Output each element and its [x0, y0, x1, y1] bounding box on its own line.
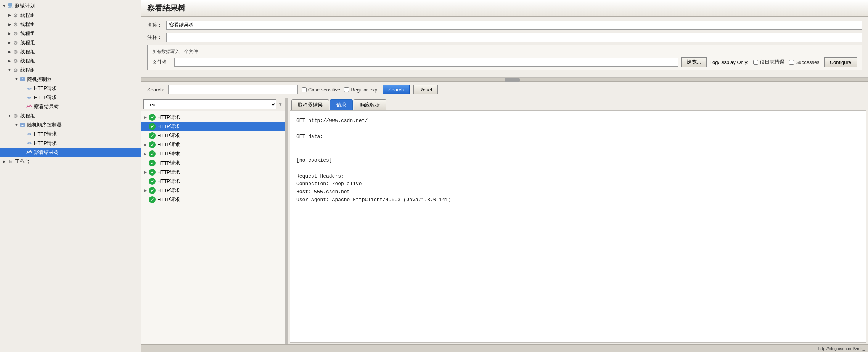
gear-icon-tg1: ⚙: [12, 12, 19, 19]
name-input[interactable]: [166, 21, 862, 30]
sidebar-item-tg8[interactable]: ⚙ 线程组: [0, 111, 141, 120]
sidebar-item-tg5[interactable]: ⚙ 线程组: [0, 47, 141, 56]
successes-checkbox[interactable]: [789, 60, 794, 65]
result-item-2[interactable]: ✓ HTTP请求: [141, 122, 285, 131]
tab-response-data[interactable]: 响应数据: [354, 99, 386, 110]
content-line-4: Request Headers:: [296, 173, 860, 181]
case-sensitive-checkbox[interactable]: [302, 87, 307, 92]
result-item-3[interactable]: ✓ HTTP请求: [141, 131, 285, 140]
reset-button[interactable]: Reset: [413, 85, 438, 94]
regular-exp-checkbox[interactable]: [344, 87, 349, 92]
arrow-tg1: [7, 13, 12, 18]
result-label-4: HTTP请求: [157, 141, 180, 148]
label-tree1: 察看结果树: [34, 103, 59, 110]
result-label-7: HTTP请求: [157, 169, 180, 176]
sidebar-item-tg2[interactable]: ⚙ 线程组: [0, 20, 141, 29]
label-http1: HTTP请求: [34, 85, 57, 92]
configure-button[interactable]: Configure: [824, 57, 857, 67]
main-panel: 察看结果树 名称： 注释： 所有数据写入一个文件 文件名 浏览... Log/D…: [141, 0, 868, 352]
sidebar-item-plan[interactable]: 测试计划: [0, 2, 141, 11]
view-type-dropdown[interactable]: Text RegExp Tester CSS/JQuery Tester XPa…: [143, 99, 276, 109]
result-icon-8: ✓: [149, 178, 156, 185]
sidebar-arrow-plan: [2, 3, 7, 9]
result-item-4[interactable]: ▶ ✓ HTTP请求: [141, 140, 285, 149]
content-line-6: Host: www.csdn.net: [296, 188, 860, 196]
search-bar: Search: Case sensitive Regular exp. Sear…: [141, 82, 868, 98]
result-item-7[interactable]: ▶ ✓ HTTP请求: [141, 168, 285, 177]
sidebar-item-tree1[interactable]: 察看结果树: [0, 102, 141, 111]
log-display-label: Log/Display Only:: [710, 59, 749, 65]
result-item-5[interactable]: ▶ ✓ HTTP请求: [141, 149, 285, 158]
file-group-title: 所有数据写入一个文件: [152, 48, 857, 55]
sidebar-item-http2[interactable]: ✏ HTTP请求: [0, 93, 141, 102]
result-item-1[interactable]: ▶ ✓ HTTP请求: [141, 113, 285, 122]
result-icon-10: ✓: [149, 196, 156, 203]
tab-sampler-result[interactable]: 取样器结果: [291, 99, 329, 110]
pencil-icon1: ✏: [26, 85, 33, 92]
result-icon-9: ✓: [149, 187, 156, 194]
arrow-tg4: [7, 40, 12, 45]
search-button[interactable]: Search: [383, 85, 410, 94]
gear-icon-tg4: ⚙: [12, 39, 19, 46]
svg-rect-0: [8, 3, 12, 6]
result-item-6[interactable]: ✓ HTTP请求: [141, 158, 285, 168]
label-tg3: 线程组: [20, 30, 35, 37]
sidebar-item-http3[interactable]: ✏ HTTP请求: [0, 130, 141, 139]
tab-request[interactable]: 请求: [330, 99, 353, 110]
result-label-1: HTTP请求: [157, 114, 180, 121]
result-icon-5: ✓: [149, 150, 156, 157]
sidebar-item-random1[interactable]: ? 随机控制器: [0, 75, 141, 84]
result-arrow-7: ▶: [144, 170, 149, 174]
result-item-8[interactable]: ✓ HTTP请求: [141, 177, 285, 186]
result-icon-3: ✓: [149, 132, 156, 139]
file-label: 文件名: [152, 59, 171, 66]
sidebar-item-tree2[interactable]: 察看结果树: [0, 148, 141, 157]
result-item-9[interactable]: ▶ ✓ HTTP请求: [141, 186, 285, 195]
sidebar-item-tg4[interactable]: ⚙ 线程组: [0, 38, 141, 47]
browse-button[interactable]: 浏览...: [681, 57, 707, 67]
label-tg7: 线程组: [20, 67, 35, 74]
result-icon-1: ✓: [149, 114, 156, 121]
file-input[interactable]: [174, 58, 678, 67]
svg-text:⇄: ⇄: [21, 124, 24, 126]
dropdown-arrow-icon: ▼: [278, 102, 283, 107]
regular-exp-label: Regular exp.: [344, 87, 379, 93]
status-bar: http://blog.csdn.net/zmk_: [141, 344, 868, 352]
sidebar-item-workbench[interactable]: 🖥 工作台: [0, 157, 141, 166]
comment-label: 注释：: [147, 34, 166, 41]
result-label-9: HTTP请求: [157, 187, 180, 194]
sidebar: 测试计划 ⚙ 线程组 ⚙ 线程组 ⚙ 线程组 ⚙ 线程组 ⚙ 线程组 ⚙ 线程组…: [0, 0, 141, 352]
comment-row: 注释：: [147, 33, 862, 42]
sidebar-item-tg1[interactable]: ⚙ 线程组: [0, 11, 141, 20]
content-line-5: Connection: keep-alive: [296, 180, 860, 188]
file-group: 所有数据写入一个文件 文件名 浏览... Log/Display Only: 仅…: [147, 45, 862, 70]
arrow-tg8: [7, 113, 12, 118]
form-area: 名称： 注释： 所有数据写入一个文件 文件名 浏览... Log/Display…: [141, 17, 868, 78]
svg-text:?: ?: [22, 78, 24, 81]
gear-icon-tg3: ⚙: [12, 30, 19, 37]
pencil-icon4: ✏: [26, 140, 33, 147]
scroll-indicator: [141, 78, 868, 82]
sidebar-item-http1[interactable]: ✏ HTTP请求: [0, 84, 141, 93]
result-arrow-9: ▶: [144, 189, 149, 192]
file-row: 文件名 浏览... Log/Display Only: 仅日志错误 Succes…: [152, 57, 857, 67]
label-tg1: 线程组: [20, 12, 35, 19]
comment-input[interactable]: [166, 33, 862, 42]
arrow-tg7: [7, 67, 12, 73]
result-item-10[interactable]: ✓ HTTP请求: [141, 195, 285, 204]
sidebar-item-tg7[interactable]: ⚙ 线程组: [0, 66, 141, 75]
case-sensitive-label: Case sensitive: [302, 87, 341, 93]
result-label-8: HTTP请求: [157, 178, 180, 185]
log-errors-checkbox[interactable]: [753, 60, 758, 65]
label-tree2: 察看结果树: [34, 149, 59, 156]
sidebar-item-http4[interactable]: ✏ HTTP请求: [0, 139, 141, 148]
chart-icon1: [26, 103, 33, 110]
label-tg8: 线程组: [20, 112, 35, 119]
arrow-tg3: [7, 31, 12, 36]
sidebar-item-tg3[interactable]: ⚙ 线程组: [0, 29, 141, 38]
sidebar-item-random2[interactable]: ⇄ 随机顺序控制器: [0, 120, 141, 130]
random-icon2: ⇄: [19, 122, 26, 128]
gear-icon-tg6: ⚙: [12, 58, 19, 64]
search-input[interactable]: [168, 85, 298, 94]
sidebar-item-tg6[interactable]: ⚙ 线程组: [0, 56, 141, 66]
